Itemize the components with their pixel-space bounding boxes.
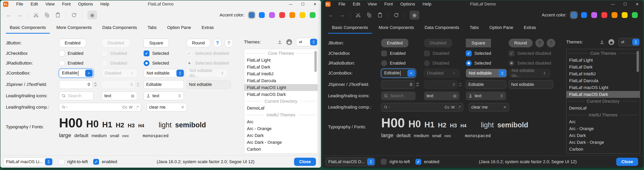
checkbox-selected[interactable]: ✓ [466, 51, 472, 56]
tab-option-pane[interactable]: Option Pane [485, 22, 517, 34]
theme-item[interactable]: Carbon [244, 146, 318, 152]
square-button[interactable]: Square [466, 39, 491, 47]
theme-item[interactable]: FlatLaf Light [244, 57, 318, 64]
accent-swatch-purple[interactable] [269, 12, 275, 18]
clearable-input[interactable]: clear me ✕ [146, 103, 187, 111]
look-and-feel-combobox[interactable]: FlatLaf macOS Li... [3, 157, 53, 166]
list-icon[interactable] [499, 94, 504, 98]
download-icon[interactable] [277, 40, 282, 45]
round-button[interactable]: Round [186, 39, 210, 47]
refresh-icon[interactable] [71, 12, 77, 18]
github-icon[interactable] [608, 39, 614, 45]
tab-option-pane[interactable]: Option Pane [163, 22, 195, 34]
checkbox-enabled[interactable] [59, 51, 65, 56]
clearable-input[interactable]: clear me ✕ [469, 103, 509, 111]
paste-icon[interactable] [55, 12, 61, 18]
accent-swatch-green[interactable] [632, 12, 638, 18]
paste-icon[interactable] [377, 12, 383, 18]
themes-filter-combobox[interactable]: all [618, 38, 640, 46]
maximize-icon[interactable]: ☐ [297, 1, 309, 8]
menu-font[interactable]: Font [384, 2, 393, 7]
accent-swatch-orange[interactable] [289, 12, 295, 18]
accent-swatch-orange[interactable] [612, 12, 618, 18]
menu-view[interactable]: View [45, 2, 54, 7]
theme-item[interactable]: Cobalt 2 [566, 152, 640, 153]
right-to-left-checkbox[interactable] [58, 159, 64, 165]
show-hidden-toggle eye-icon[interactable]: ◉ [87, 11, 97, 20]
scrollbar-thumb[interactable] [314, 51, 317, 72]
close-button[interactable]: Close [616, 158, 638, 166]
chevron-up-down-icon[interactable] [367, 158, 374, 165]
enabled-checkbox[interactable]: ✓ [416, 159, 421, 165]
menu-edit[interactable]: Edit [353, 2, 360, 7]
round-button[interactable]: Round [508, 39, 533, 47]
list-icon[interactable] [177, 94, 181, 98]
forward-icon[interactable]: → [339, 12, 345, 18]
menu-file[interactable]: File [16, 2, 23, 7]
menu-file[interactable]: File [338, 2, 345, 7]
enabled-button[interactable]: Enabled [59, 39, 86, 47]
combobox-editable[interactable]: Editable [381, 69, 416, 77]
text-field-with-user-icon[interactable]: text [144, 92, 184, 100]
theme-item[interactable]: Cobalt 2 [244, 152, 318, 153]
whole-word-button[interactable]: W [129, 105, 133, 110]
radio-selected[interactable] [466, 60, 472, 66]
copy-icon[interactable] [44, 12, 50, 18]
accent-swatch-green[interactable] [310, 12, 316, 18]
theme-item[interactable]: FlatLaf IntelliJ [566, 70, 640, 77]
help-button[interactable]: ? [213, 39, 222, 47]
theme-item[interactable]: DemoLaf [566, 105, 640, 111]
radio-enabled[interactable] [381, 60, 387, 66]
chevron-up-down-icon[interactable] [499, 70, 506, 77]
help-button[interactable]: ? [535, 39, 544, 47]
checkbox-selected[interactable]: ✓ [144, 51, 150, 56]
textfield-editable[interactable]: Editable [466, 80, 506, 89]
theme-item[interactable]: FlatLaf Light [566, 57, 640, 64]
radio-selected[interactable] [144, 60, 150, 66]
chevron-up-down-icon[interactable] [176, 70, 184, 77]
table-icon[interactable] [130, 94, 135, 98]
tab-more-components[interactable]: More Components [375, 22, 418, 34]
theme-item[interactable]: FlatLaf IntelliJ [244, 70, 318, 77]
combobox-not-editable[interactable]: Not editable [144, 69, 185, 77]
radio-enabled[interactable] [59, 60, 65, 66]
right-to-left-checkbox[interactable] [381, 159, 387, 165]
cut-icon[interactable] [355, 12, 361, 18]
menu-font[interactable]: Font [62, 2, 71, 7]
chevron-down-icon[interactable] [408, 70, 415, 77]
tab-extras[interactable]: Extras [520, 22, 540, 34]
download-icon[interactable] [600, 40, 604, 45]
cut-icon[interactable] [33, 12, 39, 18]
enabled-checkbox[interactable]: ✓ [93, 159, 99, 165]
accent-swatch-yellow[interactable] [622, 12, 628, 18]
menu-options[interactable]: Options [78, 2, 93, 7]
spinner-field[interactable]: 0 [59, 80, 92, 89]
whole-word-button[interactable]: W [451, 105, 455, 110]
theme-item[interactable]: Arc Dark - Orange [244, 139, 318, 146]
checkbox-enabled[interactable] [381, 51, 387, 56]
themes-filter-combobox[interactable]: all [296, 38, 318, 46]
minimize-icon[interactable]: — [607, 1, 619, 8]
theme-item[interactable]: FlatLaf macOS Light [566, 84, 640, 91]
theme-item[interactable]: FlatLaf Dark [566, 64, 640, 70]
clear-icon[interactable]: ✕ [503, 105, 506, 110]
enabled-button[interactable]: Enabled [381, 39, 408, 47]
accent-swatch-default[interactable] [571, 12, 577, 18]
forward-icon[interactable]: → [17, 12, 23, 18]
combobox-not-editable[interactable]: Not editable [466, 69, 507, 77]
theme-item[interactable]: FlatLaf macOS Light [244, 84, 318, 91]
theme-item[interactable]: Carbon [566, 146, 640, 152]
square-button[interactable]: Square [144, 39, 169, 47]
chevron-up-down-icon[interactable] [632, 39, 639, 45]
tab-basic-components[interactable]: Basic Components [328, 22, 372, 34]
text-field-with-table-icon[interactable]: text [424, 92, 460, 100]
theme-item[interactable]: Arc [244, 118, 318, 125]
spinner-arrows[interactable] [416, 82, 419, 87]
menu-options[interactable]: Options [400, 2, 415, 7]
accent-swatch-yellow[interactable] [300, 12, 306, 18]
tab-extras[interactable]: Extras [198, 22, 218, 34]
clear-icon[interactable]: ✕ [181, 105, 184, 110]
match-case-button[interactable]: Cc [122, 105, 128, 110]
tab-tabs[interactable]: Tabs [466, 22, 482, 34]
tab-more-components[interactable]: More Components [52, 22, 96, 34]
